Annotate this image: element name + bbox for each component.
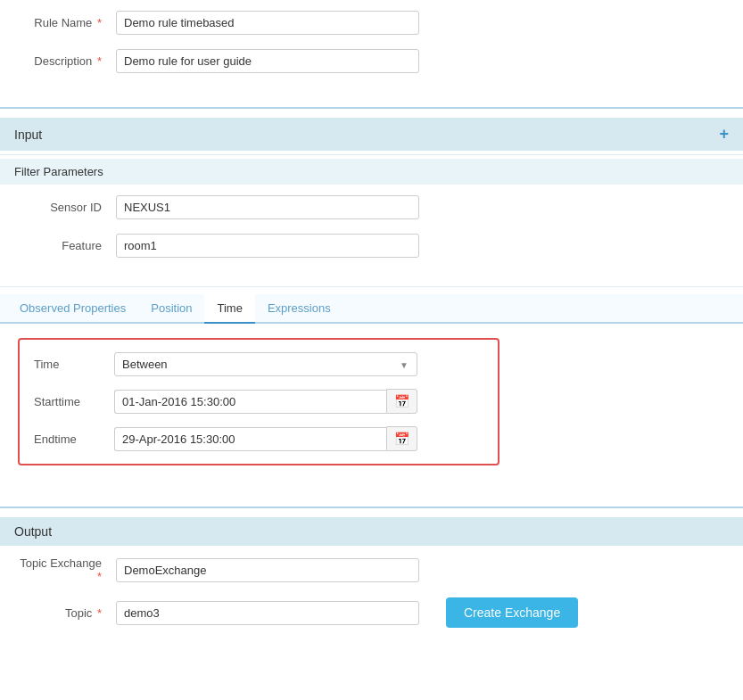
rule-name-input-wrapper (116, 11, 419, 35)
starttime-row: Starttime 📅 (34, 389, 483, 414)
output-section-label: Output (14, 524, 52, 539)
create-exchange-label: Create Exchange (464, 605, 560, 620)
tab-expressions[interactable]: Expressions (255, 294, 343, 324)
input-add-button[interactable]: + (719, 125, 729, 144)
topic-input-wrapper (116, 601, 419, 625)
endtime-calendar-button[interactable]: 📅 (386, 426, 417, 451)
endtime-input-group: 📅 (114, 426, 417, 451)
feature-input-wrapper (116, 234, 419, 258)
description-input-wrapper (116, 49, 419, 73)
starttime-calendar-button[interactable]: 📅 (386, 389, 417, 414)
starttime-label: Starttime (34, 395, 114, 408)
filter-parameters-header: Filter Parameters (0, 159, 743, 185)
sensor-id-input[interactable] (116, 195, 419, 219)
description-row: Description * (18, 49, 725, 73)
input-section-header: Input + (0, 118, 743, 151)
sensor-id-row: Sensor ID (18, 195, 725, 219)
topic-input[interactable] (116, 601, 419, 625)
feature-row: Feature (18, 234, 725, 258)
starttime-input-group: 📅 (114, 389, 417, 414)
create-exchange-button[interactable]: Create Exchange (446, 597, 578, 628)
time-type-control: Between Before After At (114, 352, 483, 376)
topic-label: Topic * (18, 606, 116, 620)
time-type-select[interactable]: Between Before After At (114, 352, 417, 376)
topic-exchange-row: Topic Exchange * (18, 556, 725, 583)
description-input[interactable] (116, 49, 419, 73)
filter-parameters-label: Filter Parameters (14, 165, 103, 178)
rule-name-section: Rule Name * Description * (0, 0, 743, 98)
topic-exchange-label: Topic Exchange * (18, 556, 116, 583)
rule-name-required: * (97, 16, 102, 29)
topic-exchange-text: Topic Exchange (20, 556, 102, 570)
filter-parameters-section: Sensor ID Feature (0, 185, 743, 283)
description-label: Description * (18, 54, 116, 68)
divider-3 (0, 286, 743, 287)
time-type-select-wrapper: Between Before After At (114, 352, 417, 376)
endtime-control: 📅 (114, 426, 483, 451)
tab-position[interactable]: Position (138, 294, 204, 324)
tab-observed-properties[interactable]: Observed Properties (7, 294, 138, 324)
feature-input[interactable] (116, 234, 419, 258)
sensor-id-text: Sensor ID (50, 201, 102, 214)
description-text: Description (34, 54, 92, 68)
topic-exchange-required: * (97, 570, 102, 583)
feature-label: Feature (18, 239, 116, 252)
description-required: * (97, 54, 102, 68)
topic-row: Topic * Create Exchange (18, 597, 725, 628)
input-section-label: Input (14, 128, 42, 142)
calendar-icon-end: 📅 (394, 432, 409, 446)
topic-required: * (97, 606, 102, 620)
endtime-label: Endtime (34, 432, 114, 446)
rule-name-row: Rule Name * (18, 11, 725, 35)
output-fields: Topic Exchange * Topic * Create Exchange (0, 546, 743, 653)
time-filter-box: Time Between Before After At Starttime 📅 (18, 338, 499, 465)
starttime-input[interactable] (114, 390, 386, 414)
output-section-header: Output (0, 517, 743, 546)
divider-1 (0, 107, 743, 109)
topic-exchange-input[interactable] (116, 558, 419, 582)
tab-time[interactable]: Time (204, 294, 254, 324)
endtime-input[interactable] (114, 427, 386, 451)
spacer-1 (0, 480, 743, 498)
sensor-id-input-wrapper (116, 195, 419, 219)
rule-name-label: Rule Name * (18, 16, 116, 29)
topic-text: Topic (65, 606, 92, 620)
topic-exchange-input-wrapper (116, 558, 419, 582)
time-type-label: Time (34, 358, 114, 371)
output-section: Output Topic Exchange * Topic * Create E… (0, 517, 743, 653)
sensor-id-label: Sensor ID (18, 201, 116, 214)
rule-name-text: Rule Name (34, 16, 92, 29)
tabs-bar: Observed Properties Position Time Expres… (0, 294, 743, 324)
time-type-row: Time Between Before After At (34, 352, 483, 376)
feature-text: Feature (62, 239, 102, 252)
endtime-row: Endtime 📅 (34, 426, 483, 451)
rule-name-input[interactable] (116, 11, 419, 35)
calendar-icon-start: 📅 (394, 394, 409, 408)
starttime-control: 📅 (114, 389, 483, 414)
divider-4 (0, 506, 743, 508)
divider-2 (0, 154, 743, 155)
